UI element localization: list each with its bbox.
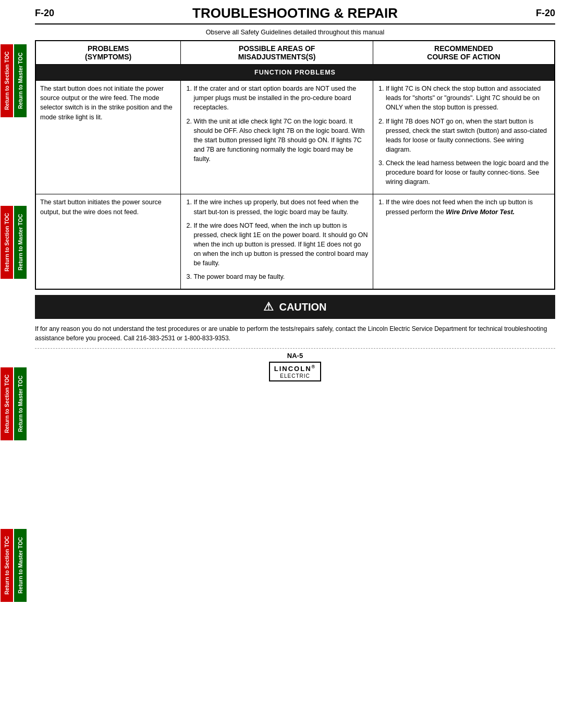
- caution-banner: ⚠ CAUTION: [35, 295, 555, 319]
- action-1-item-2: If light 7B does NOT go on, when the sta…: [386, 117, 550, 155]
- col-header-misadjustments-line1: POSSIBLE AREAS OF: [239, 44, 315, 53]
- action-2: If the wire does not feed when the inch …: [373, 194, 555, 290]
- sidebar-master-toc-2-col: Return to Master TOC: [14, 162, 27, 323]
- sidebar-master-toc-3-col: Return to Master TOC: [14, 323, 27, 485]
- misadjustments-1-list: If the crater and or start option boards…: [185, 84, 369, 164]
- caution-label: CAUTION: [279, 301, 326, 313]
- sidebar-master-toc-1-col: Return to Master TOC: [14, 0, 27, 162]
- sidebar-master-toc-4-col: Return to Master TOC: [14, 485, 27, 646]
- caution-text: If for any reason you do not understand …: [35, 324, 555, 343]
- col-header-misadjustments: POSSIBLE AREAS OF MISADJUSTMENTS(S): [181, 41, 373, 65]
- problem-2-text: The start button initiates the power sou…: [40, 199, 162, 215]
- function-problems-header: FUNCTION PROBLEMS: [35, 65, 555, 81]
- page-code-left: F-20: [35, 8, 54, 19]
- brand-sub: ELECTRIC: [274, 373, 316, 379]
- col-header-problems-line2: (SYMPTOMS): [85, 53, 131, 61]
- sidebar-master-toc-4[interactable]: Return to Master TOC: [14, 529, 27, 602]
- page-code-right: F-20: [536, 8, 555, 19]
- action-1: If light 7C is ON check the stop button …: [373, 81, 555, 194]
- sidebar-section-toc-2-col: Return to Section TOC: [0, 162, 14, 323]
- page-footer: NA-5 LINCOLN® ELECTRIC: [35, 348, 555, 381]
- main-table: PROBLEMS (SYMPTOMS) POSSIBLE AREAS OF MI…: [35, 40, 555, 290]
- sidebar-section-toc-4-col: Return to Section TOC: [0, 485, 14, 646]
- action-2-item-1: If the wire does not feed when the inch …: [386, 198, 550, 216]
- action-2-list: If the wire does not feed when the inch …: [377, 198, 550, 216]
- col-header-problems-line1: PROBLEMS: [88, 44, 129, 53]
- sidebar-group-1: Return to Section TOC Return to Master T…: [0, 0, 27, 162]
- misadjustments-2-item-2: If the wire does NOT feed, when the inch…: [193, 221, 369, 268]
- col-header-problems: PROBLEMS (SYMPTOMS): [35, 41, 181, 65]
- problem-1-text: The start button does not initiate the p…: [40, 85, 173, 120]
- misadjustments-2-list: If the wire inches up properly, but does…: [185, 198, 369, 281]
- wire-drive-motor-test-label: Wire Drive Motor Test.: [446, 208, 515, 216]
- sidebar-master-toc-2[interactable]: Return to Master TOC: [14, 206, 27, 279]
- page-title: TROUBLESHOOTING & REPAIR: [54, 5, 536, 21]
- sidebar-group-3: Return to Section TOC Return to Master T…: [0, 323, 27, 485]
- action-1-list: If light 7C is ON check the stop button …: [377, 84, 550, 187]
- misadjustments-2: If the wire inches up properly, but does…: [181, 194, 373, 290]
- page-number: NA-5: [35, 352, 555, 360]
- misadjustments-1-item-2: With the unit at idle check light 7C on …: [193, 117, 369, 164]
- sidebar-section-toc-1[interactable]: Return to Section TOC: [1, 44, 13, 117]
- sidebar-section-toc-2[interactable]: Return to Section TOC: [1, 206, 13, 279]
- safety-notice: Observe all Safety Guidelines detailed t…: [35, 29, 555, 36]
- warning-triangle-icon: ⚠: [263, 300, 274, 314]
- function-problems-header-row: FUNCTION PROBLEMS: [35, 65, 555, 81]
- problem-2: The start button initiates the power sou…: [35, 194, 181, 290]
- brand-reg-symbol: ®: [312, 364, 316, 369]
- col-header-action-line2: COURSE OF ACTION: [427, 53, 500, 61]
- problem-1: The start button does not initiate the p…: [35, 81, 181, 194]
- table-row-1: The start button does not initiate the p…: [35, 81, 555, 194]
- sidebar-master-toc-3[interactable]: Return to Master TOC: [14, 367, 27, 440]
- table-row-2: The start button initiates the power sou…: [35, 194, 555, 290]
- brand-name: LINCOLN®: [274, 364, 316, 373]
- sidebar-master-toc-1[interactable]: Return to Master TOC: [14, 44, 27, 117]
- page-header: F-20 TROUBLESHOOTING & REPAIR F-20: [35, 5, 555, 24]
- sidebar-section-toc-4[interactable]: Return to Section TOC: [1, 529, 13, 602]
- sidebar-section-toc-1-col: Return to Section TOC: [0, 0, 14, 162]
- misadjustments-2-item-3: The power board may be faulty.: [193, 272, 369, 281]
- sidebar: Return to Section TOC Return to Master T…: [0, 0, 27, 728]
- sidebar-section-toc-3-col: Return to Section TOC: [0, 323, 14, 485]
- misadjustments-1-item-1: If the crater and or start option boards…: [193, 84, 369, 112]
- action-1-item-1: If light 7C is ON check the stop button …: [386, 84, 550, 112]
- misadjustments-2-item-1: If the wire inches up properly, but does…: [193, 198, 369, 216]
- col-header-misadjustments-line2: MISADJUSTMENTS(S): [238, 53, 316, 61]
- col-header-action: RECOMMENDED COURSE OF ACTION: [373, 41, 555, 65]
- action-1-item-3: Check the lead harness between the logic…: [386, 158, 550, 187]
- brand-box: LINCOLN® ELECTRIC: [269, 362, 321, 381]
- main-content: F-20 TROUBLESHOOTING & REPAIR F-20 Obser…: [27, 0, 563, 387]
- misadjustments-1: If the crater and or start option boards…: [181, 81, 373, 194]
- sidebar-group-4: Return to Section TOC Return to Master T…: [0, 485, 27, 646]
- sidebar-section-toc-3[interactable]: Return to Section TOC: [1, 367, 13, 440]
- col-header-action-line1: RECOMMENDED: [434, 44, 493, 53]
- brand-name-text: LINCOLN: [274, 365, 312, 373]
- sidebar-group-2: Return to Section TOC Return to Master T…: [0, 162, 27, 323]
